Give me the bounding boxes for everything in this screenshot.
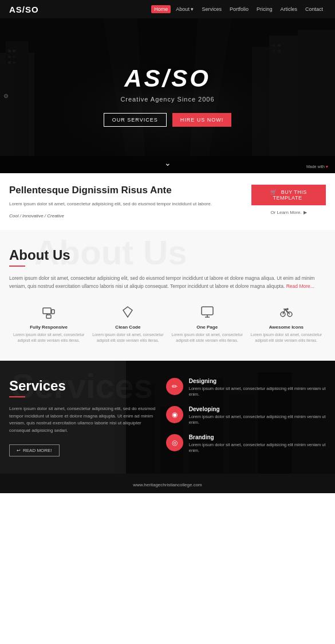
feature-cleancode-text: Lorem ipsum dolor sit amet, consectetur … (92, 332, 164, 344)
feature-responsive-title: Fully Responsive (13, 325, 85, 330)
brand-logo[interactable]: AS/SO (9, 5, 39, 14)
branding-info: Branding Lorem ipsum dolor sit amet, con… (189, 434, 326, 454)
about-section: About Us About Us Lorem ipsum dolor sit … (0, 230, 335, 361)
services-underline (9, 396, 25, 397)
feature-onepage-title: One Page (171, 325, 243, 330)
feature-responsive: Fully Responsive Lorem ipsum dolor sit a… (9, 303, 88, 344)
promo-title: Pellentesque Dignissim Risus Ante (9, 185, 242, 196)
read-more-link[interactable]: Read More... (286, 283, 314, 289)
nav-pricing[interactable]: Pricing (254, 5, 275, 13)
services-readmore-button[interactable]: ↩ READ MORE! (9, 444, 60, 456)
designing-info: Designing Lorem ipsum dolor sit amet, co… (189, 378, 326, 398)
nav-services[interactable]: Services (199, 5, 224, 13)
bicycle-icon (250, 303, 322, 321)
svg-rect-23 (46, 315, 51, 318)
buy-icon: 🛒 (270, 189, 277, 195)
services-left: Services Lorem ipsum dolor sit amet, con… (9, 378, 157, 456)
promo-text: Lorem ipsum dolor sit amet, consectetur … (9, 201, 242, 208)
designing-title: Designing (189, 378, 326, 384)
developing-info: Developing Lorem ipsum dolor sit amet, c… (189, 406, 326, 426)
hero-subtitle: Creative Agency Since 2006 (104, 96, 231, 103)
services-title: Services (9, 378, 157, 394)
settings-icon[interactable]: ⚙ (3, 93, 9, 99)
monitor-icon (171, 303, 243, 321)
feature-cleancode: Clean Code Lorem ipsum dolor sit amet, c… (88, 303, 167, 344)
branding-title: Branding (189, 434, 326, 440)
footer: www.heritagechristiancollege.com (0, 474, 335, 493)
developing-desc: Lorem ipsum dolor sit amet, consectetur … (189, 414, 326, 426)
nav-contact[interactable]: Contact (302, 5, 326, 13)
about-underline (9, 266, 25, 267)
feature-responsive-text: Lorem ipsum dolor sit amet, consectetur … (13, 332, 85, 344)
nav-articles[interactable]: Articles (277, 5, 300, 13)
hero-content: AS/SO Creative Agency Since 2006 OUR SER… (104, 65, 231, 127)
nav-portfolio[interactable]: Portfolio (227, 5, 251, 13)
features-grid: Fully Responsive Lorem ipsum dolor sit a… (9, 303, 326, 344)
footer-url[interactable]: www.heritagechristiancollege.com (133, 482, 202, 487)
learn-more-arrow-icon: ▶ (304, 210, 307, 215)
hire-us-button[interactable]: HIRE US NOW! (172, 113, 232, 127)
hero-buttons: OUR SERVICES HIRE US NOW! (104, 113, 231, 127)
feature-onepage-text: Lorem ipsum dolor sit amet, consectetur … (171, 332, 243, 344)
hero-title: AS/SO (104, 65, 231, 92)
developing-icon: ◉ (166, 406, 183, 423)
feature-cleancode-title: Clean Code (92, 325, 164, 330)
svg-marker-26 (123, 307, 132, 317)
feature-onepage: One Page Lorem ipsum dolor sit amet, con… (168, 303, 247, 344)
our-services-button[interactable]: OUR SERVICES (104, 113, 167, 127)
heart-icon: ♥ (326, 165, 328, 169)
svg-rect-27 (202, 307, 213, 315)
diamond-icon (92, 303, 164, 321)
feature-icons: Awesome Icons Lorem ipsum dolor sit amet… (247, 303, 326, 344)
svg-point-33 (287, 309, 288, 310)
buy-template-button[interactable]: 🛒 BUY THIS TEMPLATE (251, 185, 326, 205)
madewith-label: Made with ♥ (306, 165, 328, 169)
service-designing: ✏ Designing Lorem ipsum dolor sit amet, … (166, 378, 326, 398)
learn-more-link[interactable]: Or Learn More. ▶ (270, 210, 306, 215)
services-right: ✏ Designing Lorem ipsum dolor sit amet, … (166, 378, 326, 456)
promo-tags: Cool / Innovative / Creative (9, 213, 242, 218)
service-developing: ◉ Developing Lorem ipsum dolor sit amet,… (166, 406, 326, 426)
designing-desc: Lorem ipsum dolor sit amet, consectetur … (189, 386, 326, 398)
navbar: AS/SO Home About ▾ Services Portfolio Pr… (0, 0, 335, 18)
about-title: About Us (9, 247, 326, 263)
scroll-down-arrow[interactable]: ⌄ (164, 158, 171, 167)
services-text: Lorem ipsum dolor sit amet, consectetur … (9, 405, 157, 435)
developing-title: Developing (189, 406, 326, 412)
responsive-icon (13, 303, 85, 321)
hero-section: ⚙ AS/SO Creative Agency Since 2006 OUR S… (0, 18, 335, 173)
svg-rect-22 (43, 308, 51, 314)
nav-links: Home About ▾ Services Portfolio Pricing … (151, 5, 326, 13)
nav-about[interactable]: About ▾ (173, 5, 196, 13)
promo-left: Pellentesque Dignissim Risus Ante Lorem … (9, 185, 242, 218)
services-layout: Services Lorem ipsum dolor sit amet, con… (9, 378, 326, 456)
about-text: Lorem ipsum dolor sit amet, consectetur … (9, 275, 326, 290)
promo-section: Pellentesque Dignissim Risus Ante Lorem … (0, 173, 335, 230)
feature-icons-text: Lorem ipsum dolor sit amet, consectetur … (250, 332, 322, 344)
service-branding: ◎ Branding Lorem ipsum dolor sit amet, c… (166, 434, 326, 454)
feature-icons-title: Awesome Icons (250, 325, 322, 330)
branding-icon: ◎ (166, 434, 183, 451)
branding-desc: Lorem ipsum dolor sit amet, consectetur … (189, 442, 326, 454)
designing-icon: ✏ (166, 378, 183, 395)
svg-rect-25 (52, 310, 54, 314)
readmore-icon: ↩ (17, 448, 21, 453)
services-section: Services Services Lorem ipsum dolor sit … (0, 361, 335, 474)
promo-right: 🛒 BUY THIS TEMPLATE Or Learn More. ▶ (251, 185, 326, 215)
nav-home[interactable]: Home (151, 5, 171, 13)
